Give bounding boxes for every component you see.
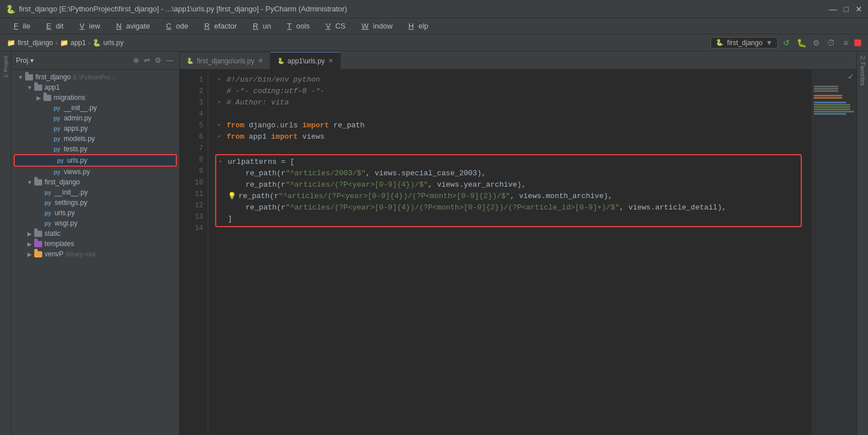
mini-line-4 bbox=[814, 92, 854, 94]
admin-file-icon: py bbox=[53, 115, 62, 122]
run-refresh-button[interactable]: ↺ bbox=[780, 37, 793, 49]
file-tree: ▼ first_django E:\PythonPro... ▼ app1 ▶ … bbox=[11, 70, 179, 435]
favorites-label[interactable]: 2: Favorites bbox=[859, 56, 866, 86]
line-num-5: 5 bbox=[180, 120, 208, 131]
line-num-4: 4 bbox=[180, 108, 208, 120]
tree-root[interactable]: ▼ first_django E:\PythonPro... bbox=[11, 72, 179, 82]
menu-navigate[interactable]: Navigate bbox=[107, 21, 155, 31]
run-config-dropdown-icon[interactable]: ▼ bbox=[766, 39, 773, 47]
static-label: static bbox=[45, 229, 60, 237]
panel-title[interactable]: Proj.▾ bbox=[16, 57, 128, 65]
menu-file[interactable]: File bbox=[5, 21, 35, 31]
tree-admin[interactable]: py admin.py bbox=[11, 113, 179, 123]
tree-urls-app1[interactable]: py urls.py bbox=[14, 154, 177, 167]
tree-apps[interactable]: py apps.py bbox=[11, 123, 179, 134]
minimize-button[interactable]: — bbox=[829, 5, 837, 14]
tab1-label[interactable]: first_django\urls.py bbox=[197, 57, 255, 65]
tree-views[interactable]: py views.py bbox=[11, 167, 179, 177]
code-selection-box: ▾ urlpatterns = [ re_path(r"^articles/20… bbox=[215, 154, 802, 227]
tab2-label[interactable]: app1\urls.py bbox=[288, 57, 325, 65]
tree-init1[interactable]: py __init__.py bbox=[11, 103, 179, 113]
migrations-arrow-icon: ▶ bbox=[34, 95, 43, 101]
line-num-1: 1 bbox=[180, 74, 208, 86]
run-coverage-button[interactable]: ⚙ bbox=[810, 37, 822, 49]
line-numbers: 1 2 3 4 5 6 7 8 9 10 11 12 13 14 bbox=[180, 70, 208, 435]
tree-settings[interactable]: py settings.py bbox=[11, 198, 179, 208]
tree-models[interactable]: py models.py bbox=[11, 134, 179, 144]
panel-minimize-icon[interactable]: — bbox=[165, 55, 175, 66]
menu-view[interactable]: View bbox=[70, 21, 104, 31]
menu-help[interactable]: Help bbox=[399, 21, 433, 31]
menu-run[interactable]: Run bbox=[244, 21, 276, 31]
bulb-icon[interactable]: 💡 bbox=[228, 191, 236, 202]
code-text-3: # Author: vita bbox=[227, 97, 289, 108]
line-num-10: 10 bbox=[180, 177, 208, 188]
tree-init2[interactable]: py __init__.py bbox=[11, 187, 179, 198]
code-editor[interactable]: 1 2 3 4 5 6 7 8 9 10 11 12 13 14 ▾ #!/us… bbox=[180, 70, 857, 435]
tree-first-django-folder[interactable]: ▼ first_django bbox=[11, 177, 179, 187]
settings-label: settings.py bbox=[55, 199, 87, 207]
tree-templates[interactable]: ▶ templates bbox=[11, 239, 179, 249]
breadcrumb-sep2: › bbox=[88, 39, 90, 46]
run-stop-button[interactable] bbox=[854, 39, 861, 46]
templates-folder-icon bbox=[34, 241, 42, 247]
fold-icon-5[interactable]: ▾ bbox=[217, 120, 224, 131]
menu-code[interactable]: Code bbox=[157, 21, 193, 31]
run-queue-button[interactable]: ≡ bbox=[839, 37, 852, 49]
side-panel-toggle[interactable]: 1: Project bbox=[0, 51, 11, 435]
migrations-folder-icon bbox=[43, 95, 51, 101]
menu-tools[interactable]: Tools bbox=[278, 21, 314, 31]
tab-first-django-urls[interactable]: 🐍 first_django\urls.py ✕ bbox=[180, 52, 271, 69]
breadcrumb-bar: 📁 first_django › 📁 app1 › 🐍 urls.py 🐍 fi… bbox=[0, 34, 868, 51]
breadcrumb-project[interactable]: 📁 first_django bbox=[7, 39, 53, 47]
breadcrumb-folder[interactable]: 📁 app1 bbox=[60, 39, 86, 47]
panel-settings-icon[interactable]: ⚙ bbox=[154, 55, 163, 66]
tree-tests[interactable]: py tests.py bbox=[11, 144, 179, 154]
root-path-label: E:\PythonPro... bbox=[73, 74, 115, 80]
run-config-label[interactable]: first_django bbox=[727, 39, 762, 47]
urls-main-file-icon: py bbox=[43, 210, 53, 216]
minimap: ✓ bbox=[811, 70, 857, 435]
models-file-icon: py bbox=[53, 136, 62, 142]
init1-file-icon: py bbox=[53, 105, 62, 111]
code-line-14 bbox=[217, 227, 802, 239]
tree-app1[interactable]: ▼ app1 bbox=[11, 82, 179, 92]
fold-icon-6[interactable]: ▾ bbox=[217, 131, 224, 143]
maximize-button[interactable]: □ bbox=[844, 5, 849, 14]
fold-icon-1[interactable]: ▾ bbox=[217, 74, 224, 86]
code-text-5: from django.urls import re_path bbox=[227, 120, 365, 131]
first-django-folder-label: first_django bbox=[45, 178, 80, 186]
menu-vcs[interactable]: VCS bbox=[317, 21, 350, 31]
models-label: models.py bbox=[64, 135, 95, 143]
code-line-6: ▾ from app1 import views bbox=[217, 131, 802, 143]
mini-line-10 bbox=[814, 106, 850, 108]
tab1-close-button[interactable]: ✕ bbox=[258, 57, 263, 65]
panel-add-icon[interactable]: ⊕ bbox=[132, 55, 140, 66]
tree-venvp[interactable]: ▶ venvP library root bbox=[11, 249, 179, 259]
menu-refactor[interactable]: Refactor bbox=[195, 21, 241, 31]
tab-app1-urls[interactable]: 🐍 app1\urls.py ✕ bbox=[271, 52, 341, 69]
templates-arrow-icon: ▶ bbox=[25, 241, 34, 247]
run-profile-button[interactable]: ⏱ bbox=[825, 37, 837, 49]
urls-app1-label: urls.py bbox=[67, 156, 87, 164]
mini-line-3 bbox=[814, 90, 838, 92]
fold-icon-3[interactable]: ▾ bbox=[217, 97, 224, 108]
fold-icon-8[interactable]: ▾ bbox=[219, 156, 225, 168]
code-content[interactable]: ▾ #!/usr/bin/env python # -*- coding:utf… bbox=[208, 70, 811, 435]
panel-sync-icon[interactable]: ⇌ bbox=[143, 55, 151, 66]
close-button[interactable]: ✕ bbox=[855, 5, 862, 14]
menu-edit[interactable]: Edit bbox=[37, 21, 68, 31]
menu-window[interactable]: Window bbox=[353, 21, 397, 31]
tree-urls-main[interactable]: py urls.py bbox=[11, 208, 179, 218]
mini-line-12 bbox=[814, 111, 854, 112]
tab2-close-button[interactable]: ✕ bbox=[328, 57, 333, 65]
project-panel-label[interactable]: 1: Project bbox=[3, 56, 9, 78]
tests-file-icon: py bbox=[53, 146, 62, 152]
tree-migrations[interactable]: ▶ migrations bbox=[11, 92, 179, 103]
tree-static[interactable]: ▶ static bbox=[11, 228, 179, 239]
breadcrumb-file[interactable]: 🐍 urls.py bbox=[92, 39, 123, 47]
tree-wsgi[interactable]: py wsgi.py bbox=[11, 218, 179, 228]
code-text-8: urlpatterns = [ bbox=[228, 156, 294, 168]
app-icon: 🐍 bbox=[6, 5, 15, 14]
run-debug-button[interactable]: 🐛 bbox=[795, 37, 808, 49]
